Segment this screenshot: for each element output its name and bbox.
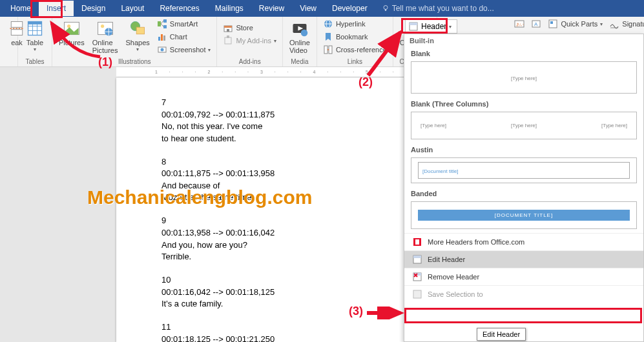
textbox-button[interactable]: A	[529, 18, 543, 30]
screenshot-button[interactable]: Screenshot ▾	[155, 44, 213, 55]
svg-rect-1	[385, 10, 386, 11]
screenshot-icon	[157, 45, 167, 55]
tab-review[interactable]: Review	[251, 1, 292, 16]
svg-point-0	[384, 6, 388, 10]
gallery-item-austin[interactable]: [Document title]	[411, 157, 637, 183]
header-dropdown-button[interactable]: Header ▾	[405, 19, 457, 34]
svg-rect-31	[225, 37, 231, 44]
greeting-icon: あい	[514, 19, 525, 29]
svg-rect-18	[158, 21, 161, 26]
tab-view[interactable]: View	[292, 1, 324, 16]
pictures-icon	[63, 19, 81, 37]
svg-rect-25	[163, 35, 165, 41]
edit-header-button[interactable]: Edit Header	[404, 250, 643, 268]
tab-developer[interactable]: Developer	[324, 1, 375, 16]
bookmark-button[interactable]: Bookmark	[321, 31, 389, 43]
gallery-item-blank[interactable]: [Type here]	[411, 61, 637, 94]
save-selection-button: Save Selection to	[404, 285, 643, 303]
pictures-button[interactable]: Pictures	[56, 18, 87, 48]
svg-rect-51	[410, 23, 417, 25]
signature-icon	[609, 19, 619, 29]
svg-rect-20	[163, 25, 167, 28]
addins-icon	[223, 35, 233, 46]
svg-rect-32	[227, 35, 229, 38]
chart-icon	[157, 32, 167, 42]
hyperlink-button[interactable]: Hyperlink	[321, 18, 389, 30]
ribbon-tabs: Home Insert Design Layout References Mai…	[0, 0, 644, 17]
crossref-button[interactable]: Cross-reference	[321, 44, 389, 55]
table-button[interactable]: Table▾	[22, 18, 48, 54]
header-icon	[408, 21, 419, 32]
my-addins-button[interactable]: My Add-ins ▾	[221, 35, 278, 46]
online-pictures-icon	[96, 19, 114, 37]
lightbulb-icon	[382, 5, 390, 12]
header-gallery: Built-in Blank [Type here] Blank (Three …	[404, 34, 644, 342]
greeting-line-button[interactable]: あい	[512, 18, 526, 30]
smartart-button[interactable]: SmartArt	[155, 18, 213, 30]
gallery-item-banded[interactable]: [DOCUMENT TITLE]	[411, 201, 637, 229]
tooltip-edit-header: Edit Header	[477, 328, 526, 341]
tab-design[interactable]: Design	[74, 1, 113, 16]
gallery-item-blank3[interactable]: [Type here] [Type here] [Type here]	[411, 112, 637, 139]
tab-references[interactable]: References	[152, 1, 207, 16]
gallery-item-austin-label: Austin	[404, 143, 643, 156]
signature-line-button[interactable]: Signature Line	[607, 18, 644, 30]
shapes-icon	[129, 19, 147, 37]
svg-rect-17	[136, 27, 144, 34]
quick-parts-button[interactable]: Quick Parts ▾	[546, 18, 605, 30]
tab-home[interactable]: Home	[3, 1, 39, 16]
tell-me-text: Tell me what you want to do...	[392, 4, 494, 13]
bookmark-icon	[323, 32, 333, 42]
tab-layout[interactable]: Layout	[113, 1, 152, 16]
video-icon	[291, 19, 309, 37]
save-icon	[412, 289, 422, 299]
store-icon	[223, 23, 233, 33]
chart-button[interactable]: Chart	[155, 31, 213, 43]
svg-rect-24	[161, 34, 163, 41]
svg-rect-55	[413, 256, 421, 258]
svg-rect-10	[28, 22, 42, 25]
gallery-item-blank-label: Blank	[404, 47, 643, 60]
group-addins-label: Add-ins	[221, 57, 278, 66]
more-headers-button[interactable]: More Headers from Office.com	[404, 233, 643, 250]
gallery-item-blank3-label: Blank (Three Columns)	[404, 97, 643, 110]
group-illustrations-label: Illustrations	[56, 57, 213, 66]
svg-rect-48	[550, 21, 553, 24]
crossref-icon	[323, 45, 333, 55]
svg-rect-40	[329, 46, 332, 54]
svg-point-35	[301, 30, 308, 37]
store-button[interactable]: Store	[221, 22, 278, 34]
online-pictures-button[interactable]: Online Pictures	[90, 18, 121, 55]
gallery-section-builtin: Built-in	[404, 34, 643, 47]
tab-mailings[interactable]: Mailings	[207, 1, 251, 16]
svg-rect-39	[324, 46, 327, 54]
svg-rect-19	[163, 19, 167, 23]
tell-me[interactable]: Tell me what you want to do...	[382, 4, 494, 13]
svg-text:あい: あい	[516, 23, 524, 27]
svg-text:A: A	[534, 21, 538, 27]
remove-header-icon	[412, 272, 422, 282]
svg-point-27	[160, 48, 163, 52]
group-media-label: Media	[287, 57, 313, 66]
online-video-button[interactable]: Online Video	[287, 18, 313, 55]
gallery-item-banded-label: Banded	[404, 187, 643, 200]
svg-rect-23	[158, 37, 160, 41]
shapes-button[interactable]: Shapes▾	[123, 18, 152, 54]
group-links-label: Links	[321, 57, 389, 66]
group-tables-label: Tables	[22, 57, 48, 66]
chevron-down-icon: ▾	[449, 24, 452, 30]
header-dropdown-label: Header	[421, 22, 446, 31]
svg-point-15	[101, 25, 104, 28]
tab-insert[interactable]: Insert	[39, 1, 74, 16]
remove-header-button[interactable]: Remove Header	[404, 268, 643, 285]
svg-point-12	[67, 25, 70, 28]
svg-line-22	[161, 24, 163, 26]
svg-rect-53	[415, 239, 419, 245]
office-icon	[412, 237, 422, 247]
smartart-icon	[157, 19, 167, 29]
page-header-icon	[412, 254, 422, 265]
textbox-icon: A	[531, 19, 541, 29]
svg-line-21	[161, 21, 163, 24]
hyperlink-icon	[323, 19, 333, 29]
quick-parts-icon	[548, 19, 558, 29]
